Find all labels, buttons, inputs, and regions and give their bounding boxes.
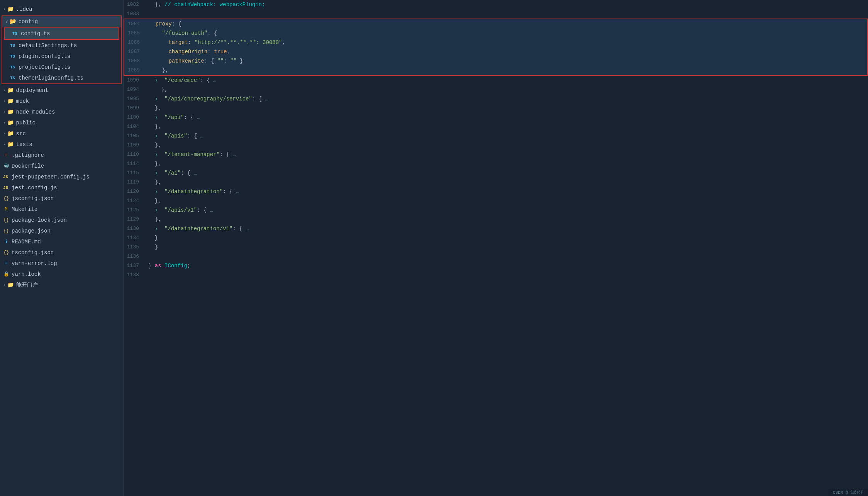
sidebar-item-deployment[interactable]: › 📁 deployment: [0, 85, 123, 96]
code-line-1095: 1095 › "/api/choreography/service": { …: [124, 94, 868, 104]
arrow-portal: ›: [3, 281, 6, 289]
code-line-1085: 1085 "/fusion-auth": {: [124, 29, 867, 38]
line-num-1136: 1136: [124, 252, 145, 261]
line-content-1109: },: [145, 141, 868, 150]
sidebar-item-tsconfig[interactable]: {} tsconfig.json: [0, 247, 123, 258]
sidebar-label-themePlugin: themePluginConfig.ts: [19, 74, 83, 82]
code-line-1089: 1089 },: [124, 66, 867, 75]
sidebar-item-src[interactable]: › 📁 src: [0, 128, 123, 139]
code-line-1109: 1109 },: [124, 141, 868, 150]
folder-icon-mock: 📁: [7, 97, 14, 105]
sidebar-item-package-lock[interactable]: {} package-lock.json: [0, 215, 123, 226]
line-content-1086: target: "http://**.**.**.**: 30080",: [146, 38, 867, 47]
sidebar-item-yarn-lock[interactable]: 🔒 yarn.lock: [0, 269, 123, 280]
arrow-public: ›: [3, 119, 6, 127]
line-num-1124: 1124: [124, 196, 145, 206]
code-line-1134: 1134 }: [124, 233, 868, 243]
sidebar-item-yarn-error[interactable]: ≡ yarn-error.log: [0, 258, 123, 269]
sidebar-item-gitignore[interactable]: ≡ .gitignore: [0, 150, 123, 161]
line-content-1088: pathRewrite: { "": "" }: [146, 56, 867, 66]
sidebar-item-jsconfig[interactable]: {} jsconfig.json: [0, 193, 123, 204]
code-line-1087: 1087 changeOrigin: true,: [124, 47, 867, 56]
code-line-1114: 1114 },: [124, 159, 868, 168]
line-num-1089: 1089: [124, 66, 146, 75]
code-line-1104: 1104 },: [124, 122, 868, 131]
js-badge-jest-puppeteer: JS: [3, 173, 9, 181]
sidebar-item-jest-config[interactable]: JS jest.config.js: [0, 182, 123, 193]
config-ts-highlight: TS config.ts: [4, 27, 119, 40]
sidebar-item-tests[interactable]: › 📁 tests: [0, 139, 123, 150]
folder-icon-portal: 📁: [7, 281, 14, 289]
credit-text: CSDN @ 知洋洋: [833, 490, 863, 495]
line-content-1090: › "/com/cmcc": { …: [145, 76, 868, 85]
sidebar-item-makefile[interactable]: M Makefile: [0, 204, 123, 215]
arrow-deployment: ›: [3, 86, 6, 95]
line-num-1110: 1110: [124, 150, 145, 159]
docker-icon: 🐳: [3, 162, 9, 170]
sidebar-item-package-json[interactable]: {} package.json: [0, 226, 123, 236]
line-num-1086: 1086: [124, 38, 146, 47]
code-line-1105: 1105 › "/apis": { …: [124, 131, 868, 141]
code-line-1082: 1082 }, // chainWebpack: webpackPlugin;: [124, 0, 868, 9]
sidebar-item-readme[interactable]: ℹ README.md: [0, 236, 123, 247]
code-line-1086: 1086 target: "http://**.**.**.**: 30080"…: [124, 38, 867, 47]
line-num-1134: 1134: [124, 233, 145, 243]
config-folder-highlight: ∨ 📂 config TS config.ts TS defaultSettin…: [2, 15, 122, 84]
line-num-1088: 1088: [124, 56, 146, 66]
sidebar-item-node-modules[interactable]: › 📁 node_modules: [0, 107, 123, 117]
sidebar-item-portal[interactable]: › 📁 能开门户: [0, 280, 123, 290]
line-content-1134: }: [145, 233, 868, 243]
code-line-1090: 1090 › "/com/cmcc": { …: [124, 76, 868, 85]
sidebar-label-jest-puppeteer: jest-puppeteer.config.js: [12, 173, 90, 181]
line-content-1129: },: [145, 215, 868, 224]
line-num-1135: 1135: [124, 243, 145, 252]
sidebar-label-yarn-lock: yarn.lock: [12, 270, 41, 279]
line-content-1100: › "/api": { …: [145, 113, 868, 122]
line-num-1119: 1119: [124, 178, 145, 187]
arrow-mock: ›: [3, 97, 6, 105]
line-content-1084: proxy: {: [146, 19, 867, 29]
line-content-1130: › "/dataintegration/v1": { …: [145, 224, 868, 233]
sidebar-item-config-ts[interactable]: TS config.ts: [5, 28, 119, 39]
line-num-1083: 1083: [124, 9, 145, 19]
line-num-1105: 1105: [124, 131, 145, 141]
line-num-1082: 1082: [124, 0, 145, 9]
yarn-lock-icon: 🔒: [3, 270, 9, 279]
json-icon-ts: {}: [3, 248, 9, 257]
line-num-1129: 1129: [124, 215, 145, 224]
code-editor[interactable]: 1082 }, // chainWebpack: webpackPlugin; …: [124, 0, 868, 496]
code-line-1099: 1099 },: [124, 104, 868, 113]
file-explorer: › 📁 .idea ∨ 📂 config TS config.ts TS def…: [0, 0, 124, 496]
line-num-1094: 1094: [124, 85, 145, 94]
sidebar-item-dockerfile[interactable]: 🐳 Dockerfile: [0, 161, 123, 172]
sidebar-label-dockerfile: Dockerfile: [12, 162, 44, 170]
sidebar-label-node-modules: node_modules: [16, 108, 55, 116]
line-content-1082: }, // chainWebpack: webpackPlugin;: [145, 0, 868, 9]
sidebar-item-jest-puppeteer[interactable]: JS jest-puppeteer.config.js: [0, 172, 123, 182]
sidebar-item-themePlugin[interactable]: TS themePluginConfig.ts: [2, 73, 121, 83]
sidebar-item-plugin-config[interactable]: TS plugin.config.ts: [2, 51, 121, 62]
collapse-arrow-idea: ›: [3, 5, 6, 14]
sidebar-item-idea[interactable]: › 📁 .idea: [0, 4, 123, 15]
line-num-1095: 1095: [124, 94, 145, 104]
sidebar-item-config[interactable]: ∨ 📂 config: [2, 16, 121, 27]
sidebar-label-gitignore: .gitignore: [12, 151, 44, 160]
git-icon: ≡: [3, 151, 9, 160]
code-line-1088: 1088 pathRewrite: { "": "" }: [124, 56, 867, 66]
folder-icon-tests: 📁: [7, 140, 14, 149]
code-line-1119: 1119 },: [124, 178, 868, 187]
line-num-1109: 1109: [124, 141, 145, 150]
code-line-1137: 1137 } as IConfig;: [124, 261, 868, 270]
folder-icon-idea: 📁: [7, 5, 14, 14]
sidebar-item-public[interactable]: › 📁 public: [0, 117, 123, 128]
line-num-1090: 1090: [124, 76, 145, 85]
code-line-1100: 1100 › "/api": { …: [124, 113, 868, 122]
code-line-1120: 1120 › "/dataintegration": { …: [124, 187, 868, 196]
sidebar-item-defaultSettings[interactable]: TS defaultSettings.ts: [2, 40, 121, 51]
sidebar-item-mock[interactable]: › 📁 mock: [0, 96, 123, 107]
sidebar-item-projectConfig[interactable]: TS projectConfig.ts: [2, 62, 121, 73]
line-content-1104: },: [145, 122, 868, 131]
code-line-1084: 1084 proxy: {: [124, 19, 867, 29]
sidebar-label-config: config: [19, 17, 38, 26]
sidebar-label-makefile: Makefile: [12, 205, 37, 214]
